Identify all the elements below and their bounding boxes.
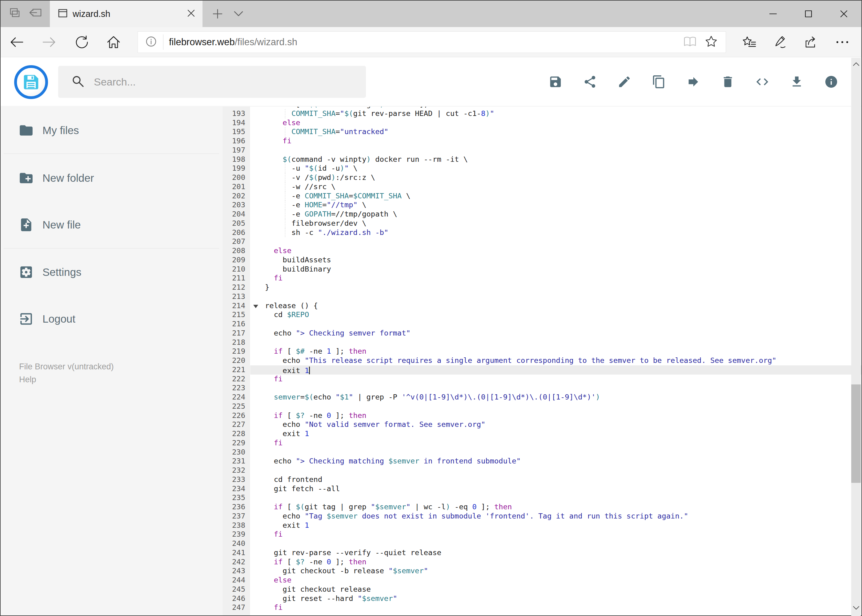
sidebar-item-settings[interactable]: Settings bbox=[1, 261, 222, 284]
fold-marker-icon[interactable] bbox=[253, 305, 258, 308]
code-line[interactable]: else bbox=[250, 118, 861, 127]
copy-button[interactable] bbox=[651, 74, 666, 89]
hub-favorites-icon[interactable] bbox=[739, 31, 760, 53]
code-line[interactable]: buildAssets bbox=[250, 256, 861, 265]
code-line[interactable] bbox=[250, 292, 861, 302]
code-line[interactable]: cd $REPO bbox=[250, 310, 861, 319]
tab-previews-icon[interactable] bbox=[8, 7, 21, 21]
url-field[interactable]: filebrowser.web/files/wizard.sh bbox=[137, 31, 726, 53]
site-info-icon[interactable] bbox=[145, 36, 157, 49]
move-button[interactable] bbox=[686, 74, 701, 89]
code-line[interactable]: -w //src \ bbox=[250, 182, 861, 192]
help-link[interactable]: Help bbox=[19, 375, 36, 384]
code-line[interactable]: semver=$(echo "$1" | grep -P '^v(0|[1-9]… bbox=[250, 393, 861, 402]
code-line[interactable] bbox=[250, 237, 861, 246]
save-button[interactable] bbox=[548, 74, 563, 89]
maximize-button[interactable] bbox=[791, 1, 826, 27]
new-tab-icon[interactable] bbox=[210, 7, 225, 21]
code-line[interactable] bbox=[250, 338, 861, 347]
forward-icon[interactable] bbox=[38, 31, 60, 53]
code-line[interactable]: } bbox=[250, 283, 861, 292]
back-icon[interactable] bbox=[6, 31, 28, 53]
code-line[interactable]: -v /$(pwd):/src:z \ bbox=[250, 173, 861, 182]
code-line[interactable]: $(command -v winpty) docker run --rm -it… bbox=[250, 155, 861, 164]
minimize-button[interactable] bbox=[755, 1, 791, 27]
code-line[interactable]: -u "$(id -u)" \ bbox=[250, 164, 861, 173]
code-editor[interactable]: 1921931941951961971981992002012022032042… bbox=[222, 107, 861, 615]
close-window-button[interactable] bbox=[826, 1, 861, 27]
set-tabs-aside-icon[interactable] bbox=[28, 7, 42, 21]
refresh-icon[interactable] bbox=[71, 31, 92, 53]
code-line[interactable] bbox=[250, 146, 861, 155]
code-line[interactable]: COMMIT_SHA="untracked" bbox=[250, 127, 861, 137]
download-button[interactable] bbox=[790, 74, 804, 89]
code-line[interactable]: echo "Tag $semver does not exist in subm… bbox=[250, 512, 861, 521]
code-line[interactable]: exit 1 bbox=[250, 365, 861, 375]
reading-view-icon[interactable] bbox=[683, 36, 697, 49]
code-line[interactable]: release () { bbox=[250, 302, 861, 311]
sidebar-item-new-file[interactable]: New file bbox=[1, 214, 222, 236]
search-input[interactable]: Search... bbox=[58, 66, 366, 98]
code-line[interactable]: cd frontend bbox=[250, 475, 861, 484]
code-line[interactable]: git rev-parse --verify --quiet release bbox=[250, 548, 861, 558]
code-line[interactable]: if [ "$(command -v git)" != "" ]; then bbox=[250, 107, 861, 109]
scroll-down-arrow-icon[interactable] bbox=[851, 602, 861, 614]
browser-tab[interactable]: wizard.sh bbox=[50, 1, 202, 27]
scrollbar-thumb[interactable] bbox=[851, 384, 861, 483]
code-line[interactable] bbox=[250, 402, 861, 411]
code-line[interactable]: if [ $? -ne 0 ]; then bbox=[250, 558, 861, 567]
code-line[interactable]: git checkout release bbox=[250, 585, 861, 594]
code-line[interactable]: buildBinary bbox=[250, 265, 861, 274]
rename-button[interactable] bbox=[617, 74, 632, 89]
filebrowser-logo[interactable] bbox=[14, 65, 48, 99]
code-line[interactable]: echo "This release script requires a sin… bbox=[250, 356, 861, 365]
code-line[interactable]: -e COMMIT_SHA=$COMMIT_SHA \ bbox=[250, 192, 861, 201]
code-line[interactable]: fi bbox=[250, 375, 861, 384]
sidebar-item-new-folder[interactable]: New folder bbox=[1, 167, 222, 189]
code-line[interactable]: echo "Not valid semver format. See semve… bbox=[250, 420, 861, 429]
code-line[interactable]: fi bbox=[250, 603, 861, 612]
code-line[interactable]: exit 1 bbox=[250, 521, 861, 530]
share-icon[interactable] bbox=[800, 31, 822, 53]
code-line[interactable] bbox=[250, 539, 861, 548]
code-line[interactable]: fi bbox=[250, 274, 861, 283]
code-line[interactable]: -e HOME="//tmp" \ bbox=[250, 201, 861, 210]
tab-list-chevron-icon[interactable] bbox=[231, 7, 246, 21]
scroll-up-arrow-icon[interactable] bbox=[851, 58, 861, 70]
code-line[interactable]: fi bbox=[250, 530, 861, 539]
url-text[interactable]: filebrowser.web/files/wizard.sh bbox=[169, 36, 683, 48]
code-line[interactable]: sh -c "./wizard.sh -b" bbox=[250, 228, 861, 237]
page-scrollbar[interactable] bbox=[851, 58, 861, 616]
code-line[interactable]: echo "> Checking matching $semver in fro… bbox=[250, 457, 861, 466]
code-line[interactable]: filebrowser/dev \ bbox=[250, 219, 861, 228]
code-line[interactable]: else bbox=[250, 576, 861, 585]
home-icon[interactable] bbox=[103, 31, 124, 53]
delete-button[interactable] bbox=[720, 74, 735, 89]
code-line[interactable]: fi bbox=[250, 137, 861, 146]
code-line[interactable] bbox=[250, 319, 861, 329]
editor-code[interactable]: if [ "$(command -v git)" != "" ]; then C… bbox=[250, 107, 861, 615]
info-button[interactable] bbox=[824, 74, 838, 89]
more-options-icon[interactable] bbox=[832, 31, 853, 53]
add-favorite-star-icon[interactable] bbox=[705, 35, 718, 49]
code-line[interactable]: exit 1 bbox=[250, 429, 861, 438]
code-line[interactable]: if [ $? -ne 0 ]; then bbox=[250, 411, 861, 420]
code-line[interactable]: echo "> Checking semver format" bbox=[250, 329, 861, 338]
code-line[interactable]: COMMIT_SHA="$(git rev-parse HEAD | cut -… bbox=[250, 109, 861, 118]
tab-close-icon[interactable] bbox=[187, 9, 195, 19]
switch-view-code-button[interactable] bbox=[755, 74, 770, 89]
code-line[interactable]: else bbox=[250, 246, 861, 256]
code-line[interactable]: if [ $(git tag | grep "$semver" | wc -l)… bbox=[250, 503, 861, 512]
code-line[interactable] bbox=[250, 466, 861, 475]
code-line[interactable]: fi bbox=[250, 438, 861, 448]
sidebar-item-logout[interactable]: Logout bbox=[1, 308, 222, 330]
code-line[interactable] bbox=[250, 448, 861, 457]
annotate-pen-icon[interactable] bbox=[769, 31, 791, 53]
code-line[interactable]: git checkout -b release "$semver" bbox=[250, 566, 861, 576]
code-line[interactable]: if [ $# -ne 1 ]; then bbox=[250, 347, 861, 356]
code-line[interactable] bbox=[250, 383, 861, 393]
code-line[interactable] bbox=[250, 493, 861, 503]
code-line[interactable]: -e GOPATH=//tmp/gopath \ bbox=[250, 210, 861, 219]
sidebar-item-my-files[interactable]: My files bbox=[1, 119, 222, 142]
share-file-button[interactable] bbox=[583, 74, 597, 89]
